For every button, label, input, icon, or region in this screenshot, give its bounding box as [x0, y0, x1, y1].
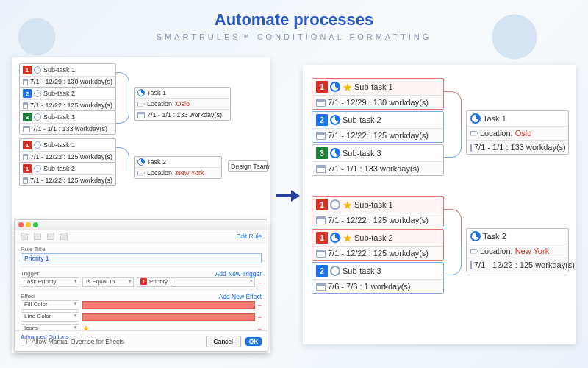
before-a-sub3[interactable]: 3Sub-task 3 7/1 - 1/1 : 133 workday(s)	[19, 110, 116, 135]
dialog-toolbar: Edit Rule	[15, 230, 268, 243]
dialog-footer: Allow Manual Override for Effects Cancel…	[15, 330, 268, 351]
calendar-icon	[137, 112, 145, 118]
task-date: 7/1 - 12/22 : 125 workday(s)	[328, 216, 429, 224]
priority-badge: 1	[316, 232, 328, 244]
progress-icon	[34, 165, 41, 172]
after-b-sub2[interactable]: 1★Sub-task 2 7/1 - 12/22 : 125 workday(s…	[312, 229, 444, 261]
connector	[444, 244, 462, 275]
after-a-sub3[interactable]: 3Sub-task 3 7/1 - 1/1 : 133 workday(s)	[312, 144, 444, 176]
zoom-icon[interactable]	[33, 222, 38, 227]
override-checkbox[interactable]	[21, 338, 27, 344]
location-value: Oslo	[515, 129, 532, 138]
before-b-parent[interactable]: Task 2 Location: New York	[134, 156, 222, 179]
before-panel: 1Sub-task 1 7/1 - 12/29 : 130 workday(s)…	[12, 57, 270, 353]
progress-icon	[330, 266, 340, 276]
remove-row-icon[interactable]: −	[258, 279, 262, 286]
line-color-swatch[interactable]	[82, 313, 255, 321]
progress-icon	[34, 113, 41, 121]
toolbar-button[interactable]	[47, 233, 54, 240]
promo-header: Automate processes SMARTRULES™ CONDITION…	[0, 0, 588, 41]
calendar-icon	[23, 177, 28, 184]
after-a-parent[interactable]: Task 1 Location: Oslo 7/1 - 1/1 : 133 wo…	[466, 110, 569, 155]
tag-icon	[470, 249, 478, 254]
toolbar-button[interactable]	[60, 233, 68, 240]
effect-type-select[interactable]: Line Color	[21, 312, 79, 322]
progress-icon	[330, 199, 340, 210]
before-a-sub2[interactable]: 2Sub-task 2 7/1 - 12/22 : 125 workday(s)	[19, 87, 116, 111]
toolbar-button[interactable]	[21, 233, 28, 240]
effect-row-line: Line Color −	[21, 312, 262, 322]
task-name: Sub-task 1	[43, 141, 75, 149]
before-b-sub2[interactable]: 1Sub-task 2 7/1 - 12/22 : 125 workday(s)	[19, 162, 116, 186]
transform-arrow-icon	[276, 190, 301, 202]
trigger-row: Task Priority Is Equal To 1Priority 1 −	[21, 277, 262, 287]
fill-color-swatch[interactable]	[82, 301, 255, 309]
task-name: Sub-task 1	[354, 82, 393, 91]
trigger-op-select[interactable]: Is Equal To	[82, 277, 134, 287]
after-b-sub3[interactable]: 2Sub-task 3 7/6 - 7/6 : 1 workday(s)	[312, 262, 444, 294]
progress-icon	[137, 89, 145, 96]
calendar-icon	[316, 283, 326, 291]
location-label: Location:	[147, 169, 174, 177]
trigger-value-select[interactable]: 1Priority 1	[137, 277, 255, 287]
calendar-icon	[470, 144, 472, 152]
rule-title-label: Rule Title:	[21, 246, 262, 252]
calendar-icon	[316, 216, 326, 224]
before-a-parent[interactable]: Task 1 Location: Oslo 7/1 - 1/1 : 133 wo…	[134, 87, 231, 121]
override-label: Allow Manual Override for Effects	[32, 338, 124, 345]
remove-row-icon[interactable]: −	[258, 302, 262, 309]
tag-icon	[137, 171, 145, 176]
calendar-icon	[316, 165, 326, 173]
star-icon: ★	[343, 233, 352, 244]
effect-label: Effect	[21, 293, 35, 300]
calendar-icon	[23, 154, 28, 160]
trigger-value-text: Priority 1	[149, 278, 173, 285]
effect-type-select[interactable]: Fill Color	[21, 300, 79, 310]
star-icon: ★	[343, 82, 352, 93]
edit-rule-link[interactable]: Edit Rule	[237, 233, 262, 240]
tag-icon	[137, 102, 145, 107]
trigger-label: Trigger	[21, 270, 39, 277]
progress-icon	[470, 231, 481, 241]
priority-badge: 1	[140, 278, 147, 285]
trigger-field-select[interactable]: Task Priority	[21, 277, 79, 287]
dialog-titlebar[interactable]	[15, 220, 268, 230]
calendar-icon	[316, 250, 326, 258]
before-a-sub1[interactable]: 1Sub-task 1 7/1 - 12/29 : 130 workday(s)	[19, 63, 116, 88]
close-icon[interactable]	[18, 222, 24, 227]
task-name: Design Team	[231, 163, 269, 170]
toolbar-button[interactable]	[34, 233, 41, 240]
priority-badge: 2	[316, 114, 328, 126]
priority-badge: 3	[23, 113, 32, 121]
task-date: 7/1 - 1/1 : 133 workday(s)	[474, 143, 566, 152]
after-b-sub1[interactable]: 1★Sub-task 1 7/1 - 12/22 : 125 workday(s…	[312, 196, 444, 227]
progress-icon	[330, 115, 340, 125]
before-side-node[interactable]: Design Team	[228, 160, 268, 172]
ok-button[interactable]: OK	[245, 337, 262, 346]
progress-icon	[34, 66, 41, 74]
connector	[444, 91, 462, 127]
before-b-sub1[interactable]: 1Sub-task 1 7/1 - 12/22 : 125 workday(s)	[19, 138, 116, 163]
cancel-button[interactable]: Cancel	[206, 336, 241, 347]
task-name: Task 1	[147, 89, 166, 96]
task-name: Sub-task 3	[343, 149, 381, 158]
star-icon: ★	[343, 199, 352, 210]
after-a-sub2[interactable]: 2Sub-task 2 7/1 - 12/22 : 125 workday(s)	[312, 111, 444, 143]
task-date: 7/1 - 1/1 : 133 workday(s)	[32, 125, 107, 132]
task-name: Task 1	[483, 114, 506, 123]
remove-row-icon[interactable]: −	[258, 314, 262, 321]
priority-badge: 2	[316, 265, 328, 277]
task-name: Sub-task 2	[43, 90, 75, 97]
add-effect-link[interactable]: Add New Effect	[219, 293, 262, 300]
rule-title-input[interactable]	[21, 253, 262, 263]
connector	[444, 127, 462, 158]
dialog-body: Rule Title: Trigger Add New Trigger Task…	[15, 243, 268, 337]
page-title: Automate processes	[0, 10, 588, 29]
progress-icon	[330, 148, 340, 158]
minimize-icon[interactable]	[26, 222, 31, 227]
after-b-parent[interactable]: Task 2 Location: New York 7/1 - 12/22 : …	[466, 228, 569, 272]
after-a-sub1[interactable]: 1★Sub-task 1 7/1 - 12/29 : 130 workday(s…	[312, 78, 444, 110]
add-trigger-link[interactable]: Add New Trigger	[215, 270, 262, 277]
priority-badge: 1	[23, 66, 32, 74]
task-name: Sub-task 2	[43, 165, 75, 172]
